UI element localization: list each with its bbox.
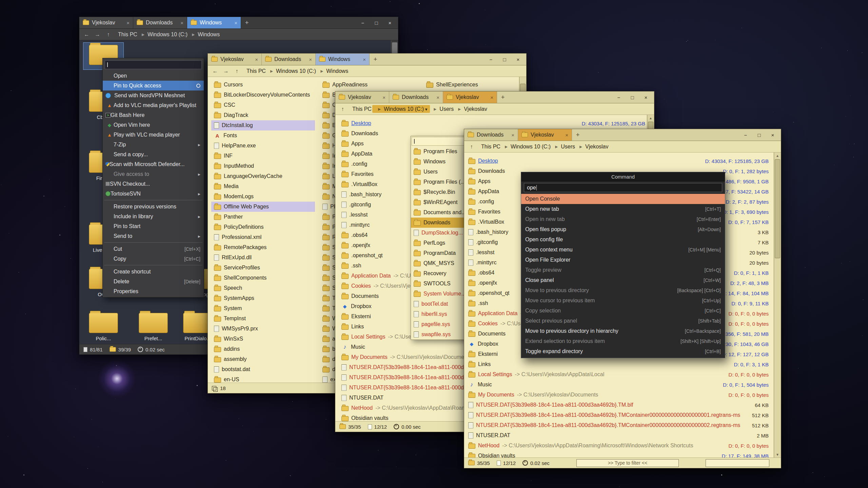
file-row[interactable]: My Documents -> C:\Users\Vjekoslav\Docum… [466,390,771,400]
file-row[interactable]: Cursors [211,80,315,90]
breadcrumb-item[interactable]: Windows 10 (C:) [372,105,430,113]
context-menu-item[interactable]: Pin to Quick access [103,81,204,90]
context-menu-item[interactable] [104,242,202,243]
palette-command[interactable]: Copy selection [Ctrl+C] [521,306,725,316]
palette-command[interactable]: Open Console [521,194,725,204]
context-menu-item[interactable]: Restore previous versions [103,202,204,211]
palette-command[interactable]: Open context menu [Ctrl+M] [Menu] [521,245,725,255]
close-button[interactable]: × [639,93,652,102]
breadcrumb-item[interactable]: Vjekoslav [576,143,609,150]
new-tab-button[interactable]: + [497,92,509,103]
context-menu-item[interactable]: Pin to Start [103,221,204,231]
file-row[interactable]: HelpPane.exe [211,141,315,151]
tab-close-icon[interactable]: × [382,95,386,100]
palette-command[interactable]: Toggle expand directory [Ctrl+B] [521,346,725,357]
minimize-button[interactable]: − [612,93,625,102]
context-menu-item[interactable]: Delete [Delete] [103,277,204,286]
up-button[interactable]: ↑ [232,67,241,75]
palette-command[interactable]: Move to previous directory in hierarchy … [521,326,725,336]
tab-close-icon[interactable]: × [490,95,493,100]
file-row[interactable]: AppReadiness [320,80,423,90]
new-tab-button[interactable]: + [241,17,253,28]
file-row[interactable]: bootstat.dat [211,364,315,374]
tab-close-icon[interactable]: × [180,20,183,26]
tab[interactable]: Windows × [187,17,241,28]
titlebar[interactable]: Vjekoslav × Downloads × Vjekoslav × + − … [335,92,654,103]
scroll-up-icon[interactable]: ▲ [774,152,781,159]
folder-item[interactable]: Prefet... [133,311,173,343]
tab-close-icon[interactable]: × [436,95,439,100]
file-row[interactable]: RemotePackages [211,242,315,252]
file-row[interactable]: NTUSER.DAT{53b39e88-18c4-11ea-a811-000d3… [339,383,467,393]
context-menu-item[interactable] [104,200,202,200]
palette-command[interactable]: Open File Explorer [521,255,725,265]
forward-button[interactable]: → [93,30,102,39]
maximize-button[interactable]: □ [498,55,511,64]
scrollbar-thumb[interactable] [775,159,780,258]
breadcrumb-item[interactable]: Windows 10 (C:) [501,143,551,150]
context-menu-item[interactable]: Properties [103,286,204,296]
file-row[interactable]: System [211,303,315,313]
maximize-button[interactable]: □ [626,93,639,102]
tab[interactable]: Downloads × [389,92,443,103]
breadcrumb-item[interactable]: This PC [117,31,138,38]
palette-command[interactable]: Open config file [521,235,725,245]
palette-command[interactable]: Open new tab [Ctrl+T] [521,204,725,214]
tab-close-icon[interactable]: × [126,20,130,26]
close-button[interactable]: × [383,18,396,27]
tab[interactable]: Vjekoslav × [79,17,133,28]
file-row[interactable]: NTUSER.DAT{53b39e88-18c4-11ea-a811-000d3… [466,410,771,420]
scrollbar[interactable]: ▲ ▼ [774,152,781,458]
context-menu-item[interactable]: 7-Zip [103,140,204,149]
file-row[interactable]: PolicyDefinitions [211,222,315,232]
minimize-button[interactable]: − [356,18,369,27]
context-menu-item[interactable]: Send a copy... [103,149,204,159]
file-row[interactable]: ShellExperiences [423,80,526,90]
file-row[interactable]: assembly [211,354,315,364]
titlebar[interactable]: Vjekoslav × Downloads × Windows × + − □ … [208,54,526,65]
back-button[interactable]: ← [211,67,220,75]
file-row[interactable]: INF [211,151,315,161]
tab[interactable]: Vjekoslav × [335,92,389,103]
tab-close-icon[interactable]: × [234,20,237,26]
context-menu-item[interactable]: Open [103,71,204,81]
tab-close-icon[interactable]: × [511,132,514,138]
file-row[interactable]: Links D: 0, F: 3, 1 KB [466,359,771,369]
file-row[interactable]: Offline Web Pages [211,202,315,212]
minimize-button[interactable]: − [485,55,497,64]
file-row[interactable]: LanguageOverlayCache [211,171,315,181]
palette-search-input[interactable]: ope [524,183,722,192]
file-row[interactable]: Fonts [211,130,315,141]
file-row[interactable]: My Documents -> C:\Users\Vjekoslav\Docum… [339,352,467,362]
breadcrumb-item[interactable]: This PC [480,143,501,150]
scroll-down-icon[interactable]: ▼ [774,451,781,458]
new-tab-button[interactable]: + [370,54,381,65]
file-row[interactable]: Music D: 0, F: 1, 504 bytes [466,380,771,390]
breadcrumb-item[interactable]: This PC [352,105,372,113]
context-menu-item[interactable] [105,60,202,69]
context-menu-item[interactable]: SVN Checkout... [103,179,204,189]
tab-close-icon[interactable]: × [309,57,312,62]
context-menu-item[interactable]: Include in library [103,211,204,221]
context-menu-item[interactable]: Scan with Microsoft Defender... [103,159,204,169]
file-row[interactable]: NetHood -> C:\Users\Vjekoslav\AppData\Ro… [339,403,467,413]
context-menu-item[interactable]: Add to VLC media player's Playlist [103,100,204,110]
quick-filter-input[interactable] [706,459,769,467]
file-row[interactable]: BitLockerDiscoveryVolumeContents [211,90,315,100]
up-button[interactable]: ↑ [467,143,476,151]
file-row[interactable]: Obsidian vaults D: 17, F: 149, 38 MB [466,451,771,458]
palette-command[interactable]: Open files popup [Alt+Down] [521,224,725,235]
file-row[interactable]: SystemApps [211,293,315,303]
tab[interactable]: Windows × [316,54,370,65]
context-menu-item[interactable]: Open Vim here [103,120,204,130]
palette-command[interactable]: Close panel [Ctrl+W] [521,275,725,285]
file-row[interactable]: InputMethod [211,161,315,171]
tab-close-icon[interactable]: × [363,57,366,62]
close-button[interactable]: × [512,55,525,64]
file-row[interactable]: CSC [211,100,315,110]
folder-item[interactable]: Polic... [83,311,123,343]
file-row[interactable]: Desktop D: 43034, F: 125185, 23 GB [466,156,771,166]
file-row[interactable]: NTUSER.DAT [339,393,467,403]
file-row[interactable]: NTUSER.DAT{53b39e88-18c4-11ea-a811-000d3… [339,372,467,383]
tab[interactable]: Downloads × [464,129,518,141]
